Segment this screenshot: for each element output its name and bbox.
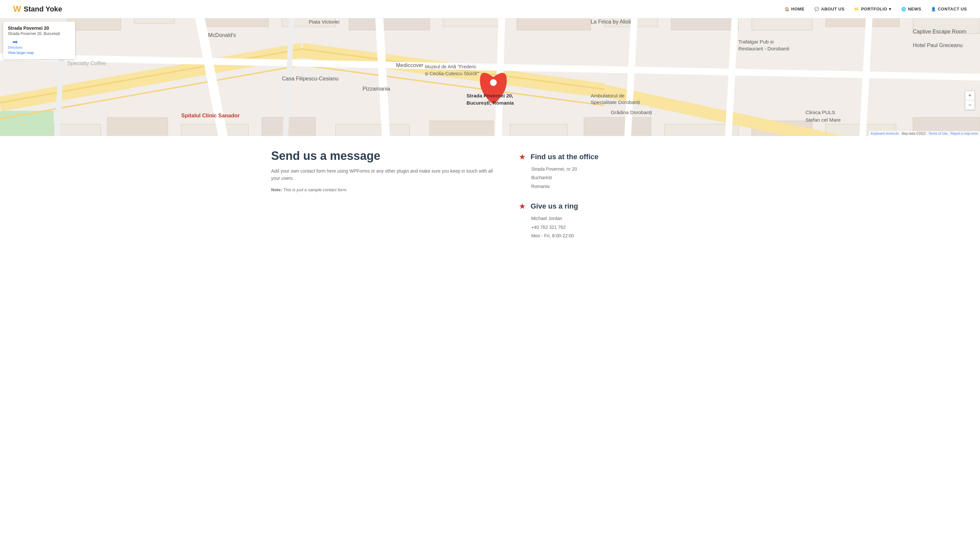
directions-icon: ➡ (13, 38, 18, 46)
map-zoom-controls: + − (965, 91, 975, 110)
svg-text:Clinica PULS: Clinica PULS (805, 110, 835, 115)
send-message-title: Send us a message (271, 149, 499, 163)
left-column: Send us a message Add your own contact f… (271, 149, 499, 251)
svg-text:Pizzamania: Pizzamania (363, 86, 391, 91)
brand-name: Stand Yoke (24, 5, 62, 13)
svg-text:București, Romania: București, Romania (466, 100, 514, 105)
svg-text:Restaurant - Dorobanti: Restaurant - Dorobanti (738, 46, 789, 51)
svg-rect-8 (349, 18, 430, 30)
nav-item-news[interactable]: 🌐 NEWS (901, 6, 921, 11)
map-footer: Keyboard shortcuts Map data ©2022 Terms … (869, 131, 980, 136)
nav-label-home: HOME (791, 6, 805, 11)
directions-button[interactable]: ➡ Directions (8, 38, 22, 49)
svg-rect-21 (430, 121, 493, 136)
about-icon: 💬 (815, 7, 819, 11)
map-data-text: Map data ©2022 (902, 132, 926, 136)
find-office-star-icon: ★ (519, 152, 526, 161)
terms-link[interactable]: Terms of Use (928, 132, 948, 136)
svg-text:Hotel Paul Greceanu: Hotel Paul Greceanu (913, 42, 963, 48)
dropdown-icon: ▾ (889, 6, 891, 11)
svg-text:Trafalgar Pub si: Trafalgar Pub si (738, 39, 773, 45)
send-message-description: Add your own contact form here using WPF… (271, 168, 499, 182)
contact-name: Michael Jordan (531, 215, 709, 222)
svg-text:La Finca by Alioli: La Finca by Alioli (590, 19, 631, 24)
nav-label-news: NEWS (908, 6, 921, 11)
nav-menu: 🏠 HOME 💬 ABOUT US 📁 PORTFOLIO ▾ 🌐 NEWS (785, 6, 967, 11)
brand-icon: W (13, 4, 21, 14)
svg-rect-17 (108, 117, 168, 136)
nav-link-about[interactable]: 💬 ABOUT US (815, 6, 845, 11)
find-office-box: ★ Find us at the office Strada Povernei,… (519, 152, 709, 190)
navbar: W Stand Yoke 🏠 HOME 💬 ABOUT US 📁 PORTFOL… (0, 0, 980, 18)
svg-rect-9 (443, 18, 503, 27)
nav-item-portfolio[interactable]: 📁 PORTFOLIO ▾ (854, 6, 891, 11)
nav-link-home[interactable]: 🏠 HOME (785, 6, 805, 11)
right-column: ★ Find us at the office Strada Povernei,… (519, 149, 709, 251)
nav-label-about: ABOUT US (821, 6, 845, 11)
svg-text:Spitalul Clinic Sanador: Spitalul Clinic Sanador (181, 112, 240, 118)
map-section: M McDonald's McDonald's Metropolis Cente… (0, 18, 980, 136)
find-office-content: Strada Povernei, nr 20 Bucharest Romania (519, 166, 709, 190)
svg-rect-12 (671, 18, 738, 30)
svg-text:și Cecilia-Cutescu Storck": și Cecilia-Cutescu Storck" (425, 71, 479, 76)
svg-rect-23 (584, 117, 651, 136)
office-address-line1: Strada Povernei, nr 20 (531, 166, 709, 172)
contact-icon: 👤 (931, 7, 936, 11)
nav-link-news[interactable]: 🌐 NEWS (901, 6, 921, 11)
svg-rect-6 (201, 18, 268, 27)
home-icon: 🏠 (785, 7, 790, 11)
content-section: Send us a message Add your own contact f… (251, 136, 729, 271)
brand-logo[interactable]: W Stand Yoke (13, 4, 62, 14)
location-name: Strada Povernei 20 (8, 26, 70, 31)
svg-rect-18 (181, 124, 248, 136)
svg-rect-22 (510, 124, 568, 136)
give-ring-header: ★ Give us a ring (519, 202, 709, 211)
svg-rect-5 (134, 18, 175, 24)
svg-rect-4 (67, 18, 121, 30)
svg-text:Strada Povernei 20,: Strada Povernei 20, (466, 93, 513, 98)
svg-text:Specialitate Dorobanți: Specialitate Dorobanți (590, 99, 640, 105)
report-link[interactable]: Report a map error (951, 132, 978, 136)
nav-link-portfolio[interactable]: 📁 PORTFOLIO ▾ (854, 6, 891, 11)
give-ring-content: Michael Jordan +40 762 321 762 Mon - Fri… (519, 215, 709, 239)
nav-item-contact[interactable]: 👤 CONTACT US (931, 6, 967, 11)
svg-rect-14 (826, 18, 899, 27)
view-larger-map-link[interactable]: View larger map (8, 51, 33, 54)
svg-text:Grădina Dorobanți: Grădina Dorobanți (611, 110, 652, 115)
svg-rect-10 (517, 18, 590, 30)
give-ring-title: Give us a ring (530, 202, 578, 211)
nav-item-about[interactable]: 💬 ABOUT US (815, 6, 845, 11)
nav-link-contact[interactable]: 👤 CONTACT US (931, 6, 967, 11)
give-ring-box: ★ Give us a ring Michael Jordan +40 762 … (519, 202, 709, 239)
svg-text:McDonald's: McDonald's (208, 32, 236, 38)
portfolio-icon: 📁 (854, 7, 859, 11)
nav-item-home[interactable]: 🏠 HOME (785, 6, 805, 11)
svg-text:Stefan cel Mare: Stefan cel Mare (805, 117, 841, 123)
svg-text:Casa Filipescu-Cesianu: Casa Filipescu-Cesianu (282, 75, 339, 81)
nav-label-contact: CONTACT US (938, 6, 967, 11)
svg-text:Muzeul de Artă "Frederic: Muzeul de Artă "Frederic (425, 64, 477, 69)
svg-point-48 (490, 79, 497, 86)
svg-text:Piata Victoriei: Piata Victoriei (309, 19, 339, 24)
give-ring-star-icon: ★ (519, 202, 526, 211)
contact-hours: Mon - Fri, 8:00-22:00 (531, 232, 709, 239)
svg-text:Ambulatorul de: Ambulatorul de (590, 93, 625, 98)
find-office-title: Find us at the office (530, 153, 598, 161)
note-label: Note: (271, 187, 282, 192)
keyboard-shortcuts-link[interactable]: Keyboard shortcuts (871, 132, 899, 136)
map-canvas[interactable]: M McDonald's McDonald's Metropolis Cente… (0, 18, 980, 136)
map-info-panel: Strada Povernei 20 Strada Povernei 20, B… (3, 22, 75, 59)
note-content: This is just a sample contact form. (283, 187, 348, 192)
office-address-line2: Bucharest (531, 174, 709, 181)
zoom-out-button[interactable]: − (965, 101, 974, 110)
zoom-in-button[interactable]: + (965, 91, 974, 101)
office-address-line3: Romania (531, 183, 709, 190)
directions-label: Directions (8, 46, 22, 49)
svg-rect-13 (752, 18, 812, 30)
contact-phone: +40 762 321 762 (531, 223, 709, 231)
svg-rect-16 (54, 124, 100, 136)
svg-rect-20 (336, 124, 409, 136)
news-icon: 🌐 (901, 7, 907, 11)
find-office-header: ★ Find us at the office (519, 152, 709, 161)
nav-label-portfolio: PORTFOLIO (861, 6, 887, 11)
